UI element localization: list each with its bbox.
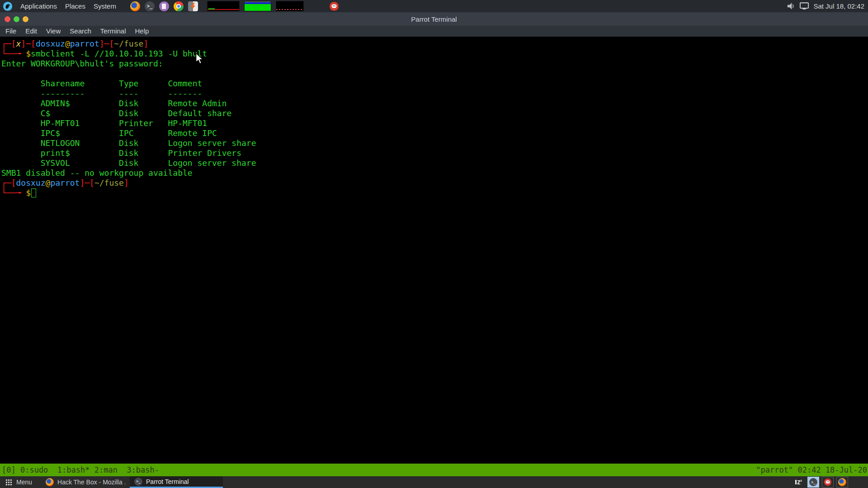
terminal-line: --------- ---- ------- [1,89,868,99]
terminal-text-segment: @ [46,178,51,188]
cpu-load-spike [208,8,215,9]
terminal-line: HP-MFT01 Printer HP-MFT01 [1,118,868,128]
terminal-text-segment: smbclient -L //10.10.10.193 -U bhult [31,49,207,58]
terminal-text-segment: ┌─[ [1,39,16,48]
terminal-line: Sharename Type Comment [1,79,868,89]
terminal-glyph: >_ [809,478,817,486]
terminal-line: └──╼ $ [1,188,868,198]
taskbar-menu-button[interactable]: Menu [0,476,39,488]
volume-icon[interactable] [787,2,795,10]
terminal-text-segment: dosxuz [36,39,65,48]
terminal-text-segment: ┌─[ [1,178,16,188]
menu-edit[interactable]: Edit [21,26,42,37]
red-ghost-glyph [824,478,832,486]
terminal-output[interactable]: ┌─[x]─[dosxuz@parrot]─[~/fuse]└──╼ $smbc… [0,37,868,464]
menu-view[interactable]: View [42,26,65,37]
terminal-cursor [31,188,36,197]
terminal-text-segment: dosxuz [16,178,46,188]
terminal-text-segment: C$ Disk Default share [1,108,231,118]
terminal-line: ┌─[dosxuz@parrot]─[~/fuse] [1,178,868,188]
chrome-hub-glyph [176,4,181,9]
cpu-monitor-graph[interactable] [207,1,240,11]
minimize-window-button[interactable] [23,16,28,22]
task-label: Parrot Terminal [146,478,189,485]
firefox-glyph [838,478,846,486]
terminal-launcher-icon[interactable]: >_ [145,1,155,11]
tmux-session-info: "parrot" 02:42 18-Jul-20 [756,464,868,476]
network-activity-dots [276,9,303,10]
terminal-text-segment: Enter WORKGROUP\bhult's password: [1,59,168,68]
terminal-text-segment: ] [143,39,148,48]
panel-clock[interactable]: Sat Jul 18, 02:42 [813,2,864,10]
chrome-launcher-icon[interactable] [174,1,184,11]
task-parrot-terminal[interactable]: >_ Parrot Terminal [130,476,223,488]
terminal-text-segment: IPC$ IPC Remote IPC [1,128,217,138]
terminal-text-segment: ]─[ [80,178,94,188]
terminal-menu-bar: File Edit View Search Terminal Help [0,26,868,37]
app-grid-icon [5,479,12,486]
firefox-task-icon [46,478,54,486]
places-menu[interactable]: Places [61,0,90,12]
terminal-text-segment: ]─[ [99,39,114,48]
anon-surf-launcher-icon[interactable] [188,1,198,11]
terminal-text-segment: $ [26,188,31,197]
terminal-text-segment: └──╼ [1,49,26,58]
terminal-text-segment: ] [124,178,129,188]
terminal-text-segment: @ [65,39,70,48]
tmux-window-list[interactable]: [0] 0:sudo 1:bash* 2:man 3:bash- [0,464,159,476]
memory-monitor-graph[interactable] [244,1,271,11]
terminal-text-segment: print$ Disk Printer Drivers [1,148,241,158]
tray-firefox-icon[interactable] [836,477,848,488]
terminal-text-segment: x [16,39,21,48]
terminal-text-segment: parrot [50,178,80,188]
terminal-line: ADMIN$ Disk Remote Admin [1,99,868,108]
terminal-text-segment: parrot [70,39,99,48]
terminal-text-segment: SYSVOL Disk Logon server share [1,158,256,168]
tray-notification-icon[interactable] [822,477,834,488]
terminal-text-segment: └──╼ [1,188,26,197]
network-monitor-graph[interactable] [276,1,304,11]
document-glyph [162,4,166,9]
task-firefox-hackthebox[interactable]: Hack The Box - Mozilla ... [41,476,130,488]
terminal-text-segment: ]─[ [21,39,36,48]
display-settings-icon[interactable] [800,2,809,10]
lightning-glyph [189,3,197,10]
terminal-text-segment: Sharename Type Comment [1,79,202,88]
tray-terminal-icon[interactable]: >_ [807,477,819,488]
window-title: Parrot Terminal [411,15,457,23]
system-menu[interactable]: System [90,0,120,12]
terminal-line: SYSVOL Disk Logon server share [1,158,868,168]
terminal-line: NETLOGON Disk Logon server share [1,138,868,148]
task-label: Hack The Box - Mozilla ... [57,479,125,486]
terminal-line: ┌─[x]─[dosxuz@parrot]─[~/fuse] [1,39,868,49]
terminal-line: └──╼ $smbclient -L //10.10.10.193 -U bhu… [1,49,868,59]
notification-tray-icon[interactable] [329,1,339,11]
applications-menu[interactable]: Applications [16,0,61,12]
menu-file[interactable]: File [1,26,21,37]
system-tray: Z z >_ [793,476,868,488]
tmux-status-bar: [0] 0:sudo 1:bash* 2:man 3:bash- "parrot… [0,464,868,476]
terminal-text-segment: NETLOGON Disk Logon server share [1,138,256,148]
taskbar-menu-label: Menu [16,479,32,486]
terminal-line: IPC$ IPC Remote IPC [1,128,868,138]
panel-status-area: Sat Jul 18, 02:42 [787,2,868,10]
terminal-line: C$ Disk Default share [1,108,868,118]
parrot-menu-icon[interactable] [3,1,13,11]
window-controls [5,16,28,22]
terminal-text-segment: $ [26,49,31,58]
tray-sleep-inhibit-icon[interactable]: Z z [793,477,805,488]
terminal-line: SMB1 disabled -- no workgroup available [1,168,868,178]
taskbar: Menu Hack The Box - Mozilla ... >_ Parro… [0,476,868,488]
menu-help[interactable]: Help [131,26,154,37]
documents-launcher-icon[interactable] [159,1,169,11]
terminal-text-segment: ADMIN$ Disk Remote Admin [1,99,227,108]
terminal-text-segment: ~/fuse [94,178,124,188]
close-window-button[interactable] [5,16,10,22]
firefox-launcher-icon[interactable] [130,1,140,11]
menu-search[interactable]: Search [65,26,96,37]
top-panel: Applications Places System >_ Sat Jul 18… [0,0,868,12]
menu-terminal[interactable]: Terminal [96,26,131,37]
terminal-title-bar[interactable]: Parrot Terminal [0,12,868,26]
maximize-window-button[interactable] [14,16,19,22]
mouse-pointer-icon [194,53,204,64]
